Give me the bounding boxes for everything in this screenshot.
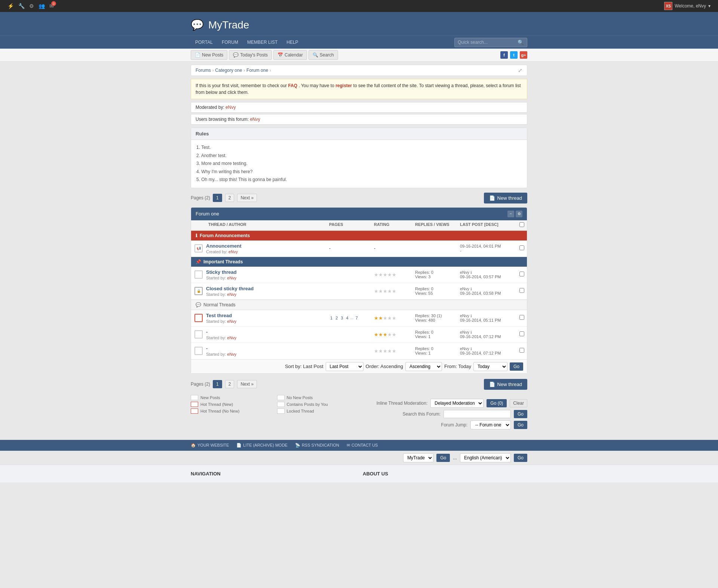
page-link-n1-3[interactable]: 3: [340, 315, 344, 321]
facebook-icon[interactable]: f: [500, 51, 508, 59]
nav-forum[interactable]: FORUM: [217, 36, 243, 49]
new-thread-button-top[interactable]: 📄 New thread: [484, 193, 527, 203]
dropdown-icon[interactable]: ▾: [708, 3, 711, 9]
page-link-n1-1[interactable]: 1: [329, 315, 334, 321]
thread-title-a1[interactable]: Announcement: [206, 243, 327, 249]
order-select[interactable]: Ascending Descending: [405, 362, 442, 371]
page-link-n1-2[interactable]: 2: [334, 315, 339, 321]
checkbox-a1[interactable]: [519, 245, 524, 250]
thread-info-n3: - Started by: eNvy: [206, 346, 327, 356]
mail-icon[interactable]: ✉ 0: [49, 3, 54, 9]
rule-3: 3. More and more testing.: [196, 160, 522, 168]
thread-check-i1: [519, 272, 527, 278]
thread-title-n1[interactable]: Test thread: [206, 313, 327, 318]
checkbox-n2[interactable]: [519, 331, 524, 336]
thread-title-i2[interactable]: Closed sticky thread: [206, 286, 327, 291]
checkbox-i1[interactable]: [519, 272, 524, 276]
breadcrumb-forum[interactable]: Forum one: [246, 68, 268, 73]
breadcrumb-category[interactable]: Category one: [215, 68, 242, 73]
collapse-btn[interactable]: −: [507, 211, 514, 217]
search-label: Search: [320, 52, 334, 58]
replies-n1: 30 (1): [431, 313, 442, 318]
inline-mod-go-btn[interactable]: Go (0): [487, 399, 507, 407]
thread-last-user-link-i1[interactable]: eNvy: [460, 270, 469, 275]
nav-portal[interactable]: PORTAL: [191, 36, 217, 49]
breadcrumb-forums[interactable]: Forums: [196, 68, 211, 73]
todays-posts-btn[interactable]: 💬 Today's Posts: [229, 50, 272, 60]
thread-author-link-i2[interactable]: eNvy: [227, 292, 236, 297]
thread-title-i1[interactable]: Sticky thread: [206, 269, 327, 275]
search-forum-input[interactable]: [444, 410, 511, 418]
pages-label-bottom: Pages (2) 1 2 Next »: [191, 380, 257, 388]
topbar-user[interactable]: XS Welcome, eNvy ▾: [664, 2, 711, 10]
category-announcements: ℹ Forum Announcements: [191, 231, 527, 241]
sort-by-select[interactable]: Last Post Thread Start Replies: [326, 362, 363, 371]
twitter-icon[interactable]: t: [510, 51, 518, 59]
forum-jump-select[interactable]: -- Forum one: [470, 420, 511, 429]
nav-search-input[interactable]: [455, 38, 515, 46]
thread-last-user-link-n1[interactable]: eNvy: [460, 313, 469, 318]
page-1-bottom[interactable]: 1: [213, 380, 222, 388]
thread-title-n2[interactable]: -: [206, 329, 327, 335]
page-2-top[interactable]: 2: [225, 194, 234, 202]
faq-link[interactable]: FAQ: [288, 83, 297, 88]
next-bottom[interactable]: Next »: [237, 380, 257, 388]
thread-author-link-n2[interactable]: eNvy: [227, 336, 236, 340]
from-select[interactable]: Today Yesterday This Week: [473, 362, 507, 371]
thread-title-n3[interactable]: -: [206, 346, 327, 351]
footer-about: ABOUT US: [363, 471, 527, 477]
legend-no-new-posts-label: No New Posts: [287, 395, 313, 400]
lang-select[interactable]: English (American): [460, 453, 511, 462]
register-link[interactable]: register: [335, 83, 352, 88]
sort-go-btn[interactable]: Go: [510, 362, 523, 371]
new-thread-button-bottom[interactable]: 📄 New thread: [484, 379, 527, 390]
your-website-link[interactable]: 🏠 YOUR WEBSITE: [191, 443, 229, 448]
style-select[interactable]: MyTrade: [403, 453, 433, 462]
checkbox-n1[interactable]: [519, 315, 524, 320]
flash-icon[interactable]: ⚡: [7, 3, 14, 9]
thread-last-user-link-i2[interactable]: eNvy: [460, 287, 469, 291]
next-top[interactable]: Next »: [237, 194, 257, 202]
search-forum-go-btn[interactable]: Go: [514, 410, 527, 418]
checkbox-i2[interactable]: [519, 288, 524, 293]
page-link-n1-4[interactable]: 4: [345, 315, 349, 321]
settings-icon[interactable]: ⚙: [29, 3, 34, 9]
page-2-bottom[interactable]: 2: [225, 380, 234, 388]
style-go-btn[interactable]: Go: [436, 454, 450, 462]
legend: New Posts No New Posts Hot Thread (New) …: [191, 395, 357, 429]
checkbox-n3[interactable]: [519, 348, 524, 353]
inline-mod-clear-btn[interactable]: Clear: [510, 399, 527, 407]
users-icon[interactable]: 👥: [39, 3, 45, 9]
new-thread-label-bottom: New thread: [497, 382, 522, 387]
thread-author-link-n1[interactable]: eNvy: [227, 319, 236, 324]
moderator-link[interactable]: eNvy: [225, 105, 236, 110]
thread-author-link-n3[interactable]: eNvy: [227, 352, 236, 356]
settings-btn[interactable]: ⚙: [516, 211, 522, 217]
inline-mod-select[interactable]: Delayed Moderation: [430, 399, 484, 408]
calendar-btn[interactable]: 📅 Calendar: [273, 50, 307, 60]
lite-mode-link[interactable]: 📄 LITE (ARCHIVE) MODE: [236, 443, 288, 448]
thread-author-link-i1[interactable]: eNvy: [227, 276, 236, 280]
nav-help[interactable]: HELP: [282, 36, 303, 49]
rules-header: Rules: [191, 128, 527, 140]
thread-last-user-link-n3[interactable]: eNvy: [460, 346, 469, 351]
langbar: MyTrade Go ... English (American) Go: [0, 451, 718, 465]
browsing-user-link[interactable]: eNvy: [250, 117, 260, 122]
rss-link[interactable]: 📡 RSS SYNDICATION: [295, 443, 339, 448]
lang-go-btn[interactable]: Go: [514, 454, 527, 462]
contact-link[interactable]: ✉ CONTACT US: [347, 443, 378, 448]
forum-jump-go-btn[interactable]: Go: [514, 421, 527, 429]
new-posts-btn[interactable]: 📄 New Posts: [191, 50, 227, 60]
select-all-checkbox[interactable]: [519, 222, 524, 227]
nav-memberlist[interactable]: MEMBER LIST: [243, 36, 282, 49]
welcome-text: Welcome, eNvy: [675, 3, 706, 9]
thread-last-user-link-n2[interactable]: eNvy: [460, 330, 469, 334]
page-link-n1-7[interactable]: 7: [355, 315, 359, 321]
search-btn[interactable]: 🔍 Search: [309, 50, 338, 60]
page-1-top[interactable]: 1: [213, 194, 222, 202]
googleplus-icon[interactable]: g+: [520, 51, 527, 59]
tool-icon[interactable]: 🔧: [18, 3, 25, 9]
nav-search-button[interactable]: 🔍: [515, 38, 527, 47]
expand-icon[interactable]: ⤢: [518, 67, 522, 73]
thread-author-link-a1[interactable]: eNvy: [228, 249, 238, 254]
